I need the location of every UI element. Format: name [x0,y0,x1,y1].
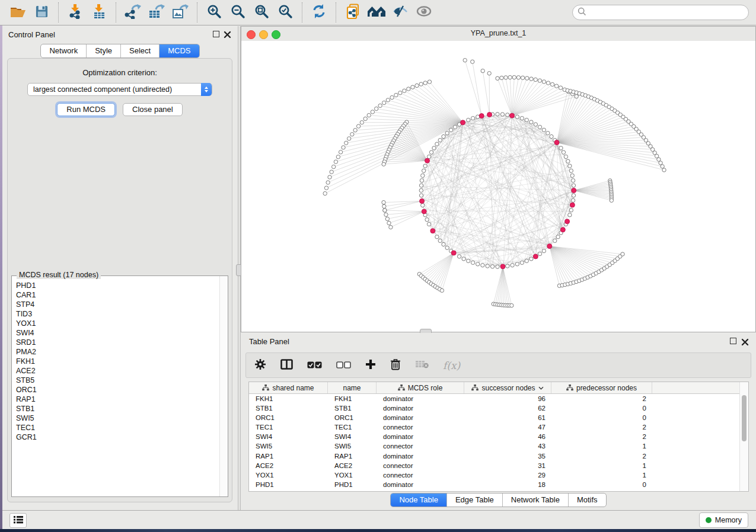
graph-node[interactable] [490,265,494,268]
graph-leaf-node[interactable] [538,79,541,82]
graph-leaf-node[interactable] [385,217,389,220]
graph-node[interactable] [546,132,550,135]
graph-leaf-node[interactable] [394,93,398,97]
graph-node[interactable] [569,169,573,172]
graph-leaf-node[interactable] [463,59,467,62]
graph-leaf-node[interactable] [347,137,350,140]
graph-node[interactable] [462,257,465,261]
tab-edge-table[interactable]: Edge Table [447,493,503,507]
graph-node[interactable] [421,174,425,177]
graph-leaf-node[interactable] [407,87,410,91]
graph-leaf-node[interactable] [363,117,367,120]
graph-mcds-node[interactable] [430,229,435,233]
graph-leaf-node[interactable] [610,198,613,202]
graph-node[interactable] [568,213,572,217]
graph-node[interactable] [419,188,423,192]
table-row[interactable]: FKH1FKH1dominator962 [249,394,740,403]
tab-mcds[interactable]: MCDS [160,44,199,57]
graph-leaf-node[interactable] [378,104,382,107]
graph-node[interactable] [569,209,573,212]
graph-leaf-node[interactable] [510,303,513,307]
graph-node[interactable] [435,142,439,146]
graph-leaf-node[interactable] [353,129,357,132]
graph-leaf-node[interactable] [356,124,360,128]
graph-mcds-node[interactable] [572,188,576,193]
graph-node[interactable] [534,123,537,126]
graph-node[interactable] [427,222,430,226]
graph-node[interactable] [496,265,499,268]
graph-leaf-node[interactable] [324,186,328,190]
graph-node[interactable] [553,239,557,242]
graph-leaf-node[interactable] [398,91,402,95]
graph-node[interactable] [529,257,533,261]
search-box[interactable] [572,5,749,20]
graph-leaf-node[interactable] [525,76,529,80]
graph-node[interactable] [471,261,474,264]
mcds-result-node[interactable]: ACE2 [16,366,220,376]
graph-leaf-node[interactable] [350,133,354,136]
network-graph[interactable] [241,41,755,332]
graph-leaf-node[interactable] [411,85,414,89]
graph-leaf-node[interactable] [384,213,388,216]
mcds-result-node[interactable]: STP4 [16,300,220,309]
graph-node[interactable] [419,184,423,187]
open-session-button[interactable] [8,2,28,23]
column-header-shared-name[interactable]: shared name [249,382,328,393]
graph-leaf-node[interactable] [344,141,348,145]
graph-node[interactable] [438,239,442,242]
graph-node[interactable] [525,118,528,121]
close-table-panel-icon[interactable] [741,338,749,345]
graph-leaf-node[interactable] [423,81,427,85]
graph-node[interactable] [538,252,541,255]
tab-motifs[interactable]: Motifs [569,493,606,507]
graph-node[interactable] [449,128,452,132]
graph-leaf-node[interactable] [481,69,484,72]
network-canvas[interactable] [241,41,755,332]
graph-leaf-node[interactable] [331,165,335,168]
mcds-result-node[interactable]: TID3 [16,309,220,319]
graph-node[interactable] [453,125,457,129]
table-scrollbar-thumb[interactable] [742,395,747,441]
tab-network[interactable]: Network [41,44,87,57]
mcds-result-node[interactable]: SRD1 [16,338,220,347]
graph-mcds-node[interactable] [500,264,505,269]
show-task-history-button[interactable] [9,513,27,528]
graph-leaf-node[interactable] [428,80,431,84]
mcds-result-node[interactable]: TEC1 [16,423,220,432]
graph-node[interactable] [486,264,489,268]
graph-node[interactable] [520,261,524,264]
import-network-button[interactable] [65,2,85,23]
graph-node[interactable] [457,255,461,258]
graph-node[interactable] [467,259,470,262]
graph-node[interactable] [511,264,514,267]
graph-leaf-node[interactable] [534,78,537,81]
graph-node[interactable] [432,146,436,150]
graph-node[interactable] [566,159,570,163]
graph-node[interactable] [423,164,427,168]
graph-leaf-node[interactable] [661,165,664,168]
graph-node[interactable] [520,116,524,120]
float-table-panel-icon[interactable] [730,338,736,344]
graph-node[interactable] [571,178,575,182]
graph-leaf-node[interactable] [389,225,393,229]
table-row[interactable]: ORC1ORC1dominator610 [249,413,740,422]
show-columns-button[interactable] [280,357,293,374]
graph-node[interactable] [506,264,509,268]
graph-node[interactable] [445,246,449,249]
table-row[interactable]: RAP1RAP1dominator352 [249,451,740,461]
column-header-predecessor-nodes[interactable]: predecessor nodes [551,382,652,393]
graph-leaf-node[interactable] [386,98,390,102]
zoom-fit-button[interactable] [251,2,272,23]
graph-leaf-node[interactable] [323,191,327,195]
graph-node[interactable] [559,146,563,150]
close-panel-button[interactable]: Close panel [123,103,183,116]
graph-leaf-node[interactable] [487,72,491,75]
graph-mcds-node[interactable] [533,254,538,259]
first-neighbors-button[interactable] [366,2,387,23]
graph-node[interactable] [442,134,445,138]
graph-node[interactable] [445,132,449,135]
run-mcds-button[interactable]: Run MCDS [57,103,115,116]
graph-leaf-node[interactable] [383,209,387,212]
graph-leaf-node[interactable] [382,162,385,166]
graph-mcds-node[interactable] [565,219,570,224]
